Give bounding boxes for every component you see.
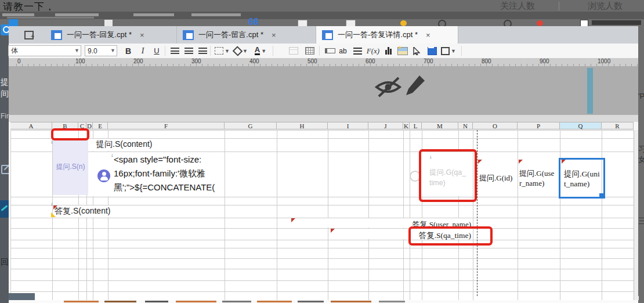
- grid-line: [10, 258, 634, 259]
- border-icon[interactable]: ▼: [215, 45, 230, 56]
- comment-marker: [51, 212, 56, 217]
- stat-view-count-label: 浏览人数: [588, 1, 623, 12]
- selected-cell-outline: [559, 158, 605, 199]
- align-center-icon[interactable]: [183, 45, 194, 56]
- annotation-redbox-b1: [51, 128, 89, 140]
- eye-slash-icon[interactable]: [374, 76, 403, 100]
- formula-marker: [331, 229, 335, 233]
- grid-line: [10, 248, 634, 248]
- selection-fill-handle[interactable]: [599, 193, 603, 197]
- shape-rect-icon[interactable]: ▼: [441, 45, 456, 56]
- underlying-window-top: 请教一下， 关注人数 浏览人数: [0, 0, 644, 12]
- grid-line: [368, 130, 369, 300]
- cell-ask-content[interactable]: 提问.S(content): [96, 139, 152, 150]
- grid-line: [10, 197, 634, 197]
- align-left-icon[interactable]: [169, 45, 180, 56]
- close-icon[interactable]: ×: [426, 31, 430, 39]
- ruler-label: 600: [366, 58, 375, 64]
- column-header-R[interactable]: R: [602, 122, 634, 129]
- fill-color-icon[interactable]: ▼: [233, 45, 248, 56]
- ruler-label: 400: [249, 58, 259, 64]
- horizontal-ruler: 01002003004005006007008009001000: [9, 58, 638, 67]
- font-size-combo[interactable]: 9.0▼: [85, 45, 117, 56]
- text-field-icon[interactable]: [324, 45, 337, 56]
- cell-reply-content[interactable]: 答复.S(content): [55, 206, 110, 217]
- grid-line: [225, 130, 225, 300]
- grid-line: [602, 130, 602, 300]
- underlying-left-sidebar: 提 间 Fin 回: [0, 26, 9, 303]
- ruler-label: 200: [133, 58, 143, 64]
- column-header-I[interactable]: I: [328, 122, 368, 129]
- annotation-redbox-reply-time: [408, 226, 493, 246]
- cell-ask-user-name[interactable]: 提问.G(use r_name): [519, 168, 559, 188]
- cell-ask-formula[interactable]: <span style="font-size: 16px;font-family…: [114, 153, 224, 196]
- ruler-label: 500: [307, 58, 317, 64]
- stat-follow-count-label: 关注人数: [500, 1, 535, 12]
- chart-icon[interactable]: [383, 45, 393, 56]
- column-header-E[interactable]: E: [93, 122, 108, 129]
- stat-divider: [559, 2, 559, 10]
- column-header-K[interactable]: K: [403, 122, 410, 129]
- grid-line: [328, 130, 328, 300]
- unmerge-cell-icon[interactable]: [304, 45, 316, 56]
- formula-marker: [291, 218, 295, 222]
- cell-ask-n[interactable]: 提问.S(n): [53, 139, 88, 195]
- grid-line: [10, 130, 634, 131]
- close-icon[interactable]: ×: [272, 31, 276, 39]
- report-grid-icon: [183, 30, 194, 40]
- grid-line: [10, 280, 634, 281]
- page-break-line: [477, 130, 477, 296]
- rich-text-icon[interactable]: [352, 45, 363, 56]
- close-icon[interactable]: ×: [140, 31, 144, 39]
- column-header-M[interactable]: M: [422, 122, 458, 129]
- person-icon: [97, 169, 110, 182]
- view-switch-icon[interactable]: +: [23, 30, 34, 39]
- underlying-right-edge: 'P 习 女 三: [638, 26, 644, 296]
- merge-cell-icon[interactable]: [288, 45, 299, 56]
- font-color-icon[interactable]: A▼: [253, 45, 268, 56]
- ruler-label: 1000: [598, 58, 610, 64]
- column-header-G[interactable]: G: [225, 122, 277, 129]
- column-header-H[interactable]: H: [277, 122, 328, 129]
- italic-button[interactable]: I: [138, 45, 147, 56]
- column-header-L[interactable]: L: [410, 122, 422, 129]
- tab-message[interactable]: 一问一答-留言.cpt * ×: [177, 26, 316, 44]
- column-header-A[interactable]: A: [10, 122, 52, 129]
- ruler-label: 300: [191, 58, 201, 64]
- align-right-icon[interactable]: [197, 45, 208, 56]
- pencil-icon[interactable]: [406, 74, 425, 102]
- cell-ask-id[interactable]: 提问.G(id): [479, 173, 512, 183]
- underline-button[interactable]: U: [152, 45, 161, 56]
- obscured-toolbar-fragments: 66: [0, 19, 644, 26]
- sidebar-text-fragment: 间: [1, 89, 9, 99]
- bold-button[interactable]: B: [123, 45, 133, 56]
- grid-line: [10, 130, 11, 300]
- grid-line: [560, 130, 560, 300]
- formula-marker: [53, 205, 57, 210]
- expand-arrow-icon: ↓: [50, 201, 53, 207]
- sidebar-text-fragment: 提: [1, 77, 9, 88]
- tab-reply-detail-active[interactable]: 一问一答-答复详情.cpt * ×: [316, 26, 458, 44]
- grid-line: [10, 291, 634, 292]
- ruler-label: 900: [540, 58, 549, 64]
- report-block-icon[interactable]: [427, 45, 437, 56]
- report-grid-icon: [51, 30, 62, 40]
- column-header-O[interactable]: O: [473, 122, 518, 129]
- column-header-P[interactable]: P: [518, 122, 560, 129]
- grid-line: [277, 130, 277, 300]
- text-ab-icon[interactable]: ab: [338, 45, 348, 56]
- font-name-combo[interactable]: 体▼: [8, 45, 81, 56]
- column-header-J[interactable]: J: [368, 122, 403, 129]
- column-header-F[interactable]: F: [108, 122, 225, 129]
- column-header-N[interactable]: N: [458, 122, 473, 129]
- tab-reply[interactable]: 一问一答-回复.cpt * ×: [45, 26, 177, 44]
- image-icon[interactable]: [397, 45, 408, 56]
- edit-note-icon: [1, 165, 9, 174]
- formula-icon[interactable]: F(x): [366, 45, 381, 56]
- report-grid-icon: [322, 30, 333, 40]
- column-header-Q[interactable]: Q: [560, 122, 602, 129]
- sidebar-text-fragment: Fin: [1, 112, 9, 120]
- grid-line: [10, 228, 634, 229]
- teal-scroll-indicator[interactable]: [587, 68, 593, 114]
- pointer-icon[interactable]: [412, 45, 421, 56]
